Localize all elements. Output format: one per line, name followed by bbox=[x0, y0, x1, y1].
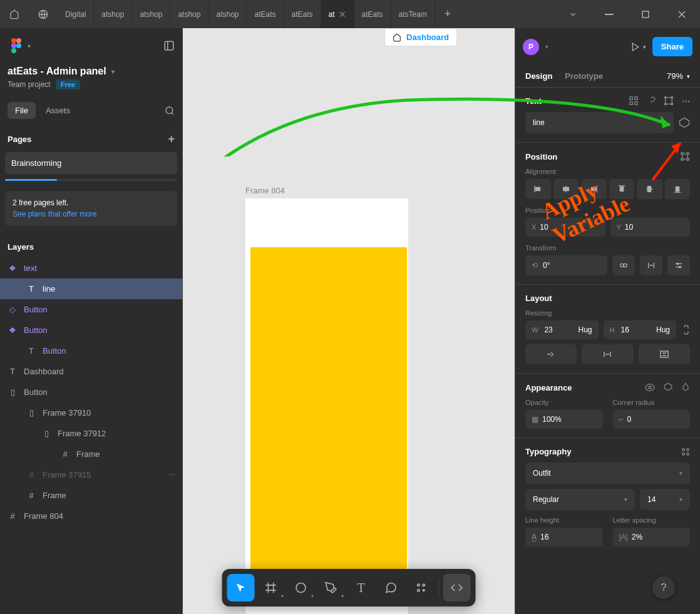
font-family-select[interactable]: Outfit▾ bbox=[525, 463, 690, 484]
layer-line[interactable]: Tline bbox=[0, 279, 182, 299]
variable-icon[interactable] bbox=[664, 382, 672, 392]
tab-ateats[interactable]: atEats bbox=[284, 0, 321, 28]
typography-settings-icon[interactable] bbox=[681, 448, 690, 456]
tab-digital[interactable]: Digital bbox=[58, 0, 94, 28]
add-tab-button[interactable]: + bbox=[435, 0, 460, 28]
dropdown-icon[interactable] bbox=[555, 0, 591, 28]
chevron-down-icon[interactable]: ▾ bbox=[111, 68, 115, 75]
align-hcenter[interactable] bbox=[553, 179, 579, 199]
droplet-icon[interactable] bbox=[681, 382, 690, 392]
width-input[interactable]: W23Hug bbox=[525, 320, 599, 339]
pen-tool[interactable]: ▾ bbox=[317, 574, 345, 601]
tab-atshop[interactable]: atshop bbox=[132, 0, 170, 28]
eye-icon[interactable] bbox=[645, 382, 655, 392]
opacity-input[interactable]: ▦100% bbox=[525, 410, 603, 429]
assets-tab[interactable]: Assets bbox=[38, 102, 78, 119]
page-brainstorming[interactable]: Brainstorming bbox=[5, 152, 177, 174]
layer-button-text[interactable]: TButton bbox=[0, 340, 182, 361]
tab-ateats[interactable]: atEats bbox=[354, 0, 391, 28]
figma-logo-icon[interactable] bbox=[8, 37, 25, 54]
flip-v-button[interactable] bbox=[640, 255, 662, 275]
dev-mode-toggle[interactable] bbox=[443, 574, 471, 601]
align-vcenter[interactable] bbox=[637, 179, 662, 199]
layer-button[interactable]: ❖Button bbox=[0, 320, 182, 340]
close-icon[interactable]: ✕ bbox=[339, 9, 346, 19]
auto-layout-button[interactable] bbox=[582, 344, 633, 364]
grid-icon[interactable] bbox=[629, 96, 638, 106]
layer-frame-37912[interactable]: ▯Frame 37912 bbox=[0, 423, 182, 444]
layer-button[interactable]: ◇Button bbox=[0, 299, 182, 320]
more-icon[interactable]: ⋯ bbox=[682, 96, 690, 106]
flip-h-button[interactable] bbox=[612, 255, 635, 275]
project-subtitle[interactable]: Team project bbox=[8, 80, 51, 89]
canvas-badge[interactable]: Dashboard bbox=[384, 28, 457, 46]
play-button[interactable]: ▾ bbox=[631, 42, 646, 52]
text-value-input[interactable] bbox=[525, 112, 674, 133]
layer-frame[interactable]: #Frame bbox=[0, 485, 182, 506]
actions-tool[interactable] bbox=[408, 574, 435, 601]
comment-tool[interactable] bbox=[378, 574, 405, 601]
tab-atsteam[interactable]: atsTeam bbox=[391, 0, 435, 28]
canvas[interactable]: Dashboard Frame 804 ▾ ▾ ▾ ▾ T bbox=[183, 28, 515, 614]
layer-frame-37910[interactable]: ▯Frame 37910 bbox=[0, 402, 182, 423]
corner-radius-input[interactable]: ⌐0 bbox=[613, 410, 691, 429]
layer-frame-37915[interactable]: #Frame 37915ᵕᵕ bbox=[0, 464, 182, 485]
height-input[interactable]: H16Hug bbox=[604, 320, 677, 339]
maximize-button[interactable] bbox=[627, 0, 664, 28]
align-left[interactable] bbox=[525, 179, 551, 199]
layer-frame-804[interactable]: #Frame 804 bbox=[0, 506, 182, 526]
layer-text[interactable]: ❖text bbox=[0, 258, 182, 279]
font-weight-select[interactable]: Regular▾ bbox=[525, 489, 635, 510]
align-bottom[interactable] bbox=[665, 179, 691, 199]
layer-dashboard[interactable]: TDashboard bbox=[0, 361, 182, 382]
avatar[interactable]: P bbox=[523, 39, 539, 55]
focus-icon[interactable] bbox=[680, 151, 690, 161]
align-right[interactable] bbox=[581, 179, 607, 199]
file-tab[interactable]: File bbox=[8, 102, 36, 119]
share-button[interactable]: Share bbox=[652, 37, 692, 56]
x-input[interactable]: X10 bbox=[525, 218, 605, 237]
home-icon[interactable] bbox=[0, 0, 29, 28]
layout-grid-button[interactable] bbox=[639, 344, 690, 364]
help-button[interactable]: ? bbox=[652, 576, 675, 599]
tab-atshop[interactable]: atshop bbox=[94, 0, 132, 28]
hidden-icon[interactable]: ᵕᵕ bbox=[168, 470, 175, 479]
line-height-input[interactable]: A̲16 bbox=[525, 528, 603, 546]
frame-label[interactable]: Frame 804 bbox=[245, 186, 285, 195]
apply-variable-icon[interactable] bbox=[679, 117, 690, 128]
link-icon[interactable] bbox=[647, 96, 656, 106]
free-badge[interactable]: Free bbox=[56, 79, 80, 90]
add-page-button[interactable]: + bbox=[168, 133, 175, 146]
link-dimensions-icon[interactable] bbox=[681, 324, 690, 336]
layer-frame[interactable]: #Frame bbox=[0, 444, 182, 464]
upsell-link[interactable]: See plans that offer more bbox=[13, 210, 170, 218]
text-tool[interactable]: T bbox=[347, 574, 375, 601]
resize-icon[interactable] bbox=[664, 96, 673, 106]
font-size-select[interactable]: 14▾ bbox=[640, 489, 690, 510]
tab-atshop[interactable]: atshop bbox=[170, 0, 208, 28]
layer-button-frame[interactable]: ▯Button bbox=[0, 382, 182, 402]
design-tab[interactable]: Design bbox=[525, 65, 552, 87]
move-tool[interactable]: ▾ bbox=[227, 574, 255, 601]
tab-at-active[interactable]: at✕ bbox=[321, 0, 354, 28]
search-icon[interactable] bbox=[165, 106, 175, 116]
minimize-button[interactable] bbox=[591, 0, 627, 28]
more-transform-button[interactable] bbox=[667, 255, 690, 275]
align-top[interactable] bbox=[609, 179, 635, 199]
frame-yellow-rect[interactable] bbox=[250, 247, 407, 604]
panel-toggle-icon[interactable] bbox=[163, 40, 175, 51]
close-button[interactable] bbox=[664, 0, 700, 28]
tab-atshop[interactable]: atshop bbox=[208, 0, 247, 28]
tab-ateats[interactable]: atEats bbox=[247, 0, 284, 28]
chevron-down-icon[interactable]: ▾ bbox=[545, 44, 548, 50]
letter-spacing-input[interactable]: |A|2% bbox=[613, 528, 691, 546]
y-input[interactable]: Y10 bbox=[610, 218, 691, 237]
zoom-control[interactable]: 79%▾ bbox=[667, 71, 690, 81]
globe-icon[interactable] bbox=[29, 0, 58, 28]
rotation-input[interactable]: ⟲0° bbox=[525, 255, 607, 275]
frame-tool[interactable]: ▾ bbox=[257, 574, 285, 601]
chevron-down-icon[interactable]: ▾ bbox=[28, 43, 31, 49]
clip-content-button[interactable] bbox=[525, 344, 577, 364]
prototype-tab[interactable]: Prototype bbox=[565, 65, 603, 87]
shape-tool[interactable]: ▾ bbox=[287, 574, 315, 601]
